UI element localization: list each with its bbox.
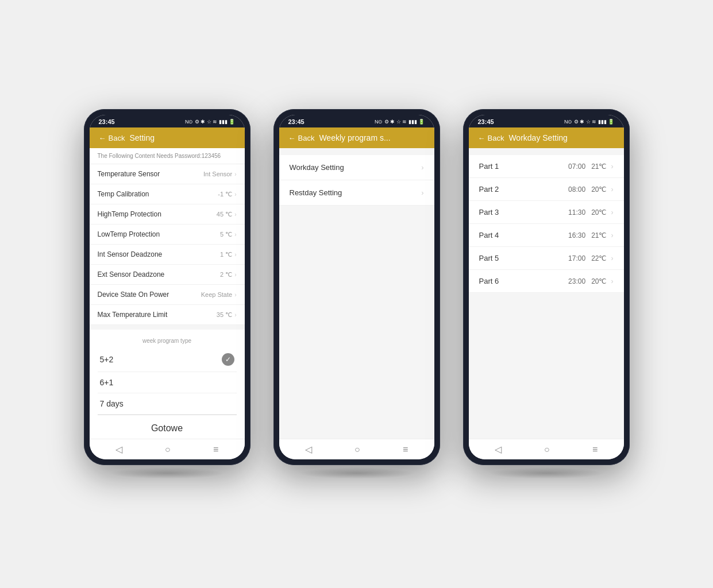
status-icons-3: N⊙ ⚙ ✱ ☆ ≋ ▮▮▮ 🔋: [564, 119, 615, 125]
app-header-3: ← Back Workday Setting: [469, 127, 624, 148]
part-label: Part 6: [479, 277, 499, 285]
part-label: Part 5: [479, 254, 499, 262]
nav-bar-1: ◁ ○ ≡: [90, 439, 245, 459]
nav-bar-2: ◁ ○ ≡: [279, 439, 434, 459]
phone-1-device: 23:45 N⊙ ⚙ ✱ ☆ ≋ ▮▮▮ 🔋 ← Back Setting Th…: [84, 109, 250, 465]
settings-item-label: Ext Sensor Deadzone: [98, 270, 165, 278]
workday-part-item[interactable]: Part 4 16:30 21℃ ›: [469, 224, 624, 247]
workday-part-item[interactable]: Part 5 17:00 22℃ ›: [469, 247, 624, 270]
part-value: 08:00 20℃ ›: [568, 185, 613, 194]
part-chevron-icon: ›: [611, 185, 614, 194]
status-bar-3: 23:45 N⊙ ⚙ ✱ ☆ ≋ ▮▮▮ 🔋: [469, 115, 624, 127]
part-chevron-icon: ›: [611, 277, 614, 285]
settings-screen: The Following Content Needs Password:123…: [90, 148, 245, 439]
settings-item[interactable]: Temp Calibration -1 ℃ ›: [90, 184, 245, 204]
settings-item[interactable]: Max Temperature Limit 35 ℃ ›: [90, 305, 245, 325]
chevron-icon: ›: [234, 272, 236, 278]
back-arrow-icon-1: ←: [99, 134, 106, 142]
phone-3: 23:45 N⊙ ⚙ ✱ ☆ ≋ ▮▮▮ 🔋 ← Back Workday Se…: [463, 109, 630, 479]
status-time-1: 23:45: [99, 118, 115, 125]
settings-item-label: Max Temperature Limit: [98, 311, 168, 319]
workday-part-item[interactable]: Part 1 07:00 21℃ ›: [469, 155, 624, 178]
part-chevron-icon: ›: [611, 254, 614, 262]
status-icons-1: N⊙ ⚙ ✱ ☆ ≋ ▮▮▮ 🔋: [185, 119, 236, 125]
back-arrow-icon-2: ←: [288, 134, 296, 142]
nav-menu-icon-3[interactable]: ≡: [592, 444, 598, 455]
header-title-1: Setting: [129, 133, 155, 142]
settings-item-value: 5 ℃ ›: [220, 231, 237, 238]
settings-item[interactable]: Int Sensor Deadzone 1 ℃ ›: [90, 245, 245, 265]
chevron-icon: ›: [234, 292, 236, 298]
header-title-2: Weekly program s...: [319, 133, 390, 142]
phone-1: 23:45 N⊙ ⚙ ✱ ☆ ≋ ▮▮▮ 🔋 ← Back Setting Th…: [84, 109, 250, 479]
workday-part-item[interactable]: Part 6 23:00 20℃ ›: [469, 270, 624, 293]
part-value: 16:30 21℃ ›: [568, 231, 613, 239]
week-option[interactable]: 6+1: [98, 372, 237, 393]
phone-3-device: 23:45 N⊙ ⚙ ✱ ☆ ≋ ▮▮▮ 🔋 ← Back Workday Se…: [463, 109, 630, 465]
gotowe-button[interactable]: Gotowe: [98, 415, 237, 439]
settings-item-value: 2 ℃ ›: [220, 271, 237, 278]
settings-item[interactable]: Device State On Power Keep State ›: [90, 285, 245, 305]
settings-item-value: 45 ℃ ›: [217, 211, 237, 218]
week-program-section: week program type 5+2 ✓ 6+1 7 days Gotow…: [90, 330, 245, 439]
workday-setting-label: Workday Setting: [290, 163, 344, 172]
nav-back-icon-3[interactable]: ◁: [495, 444, 502, 455]
workday-setting-item[interactable]: Workday Setting ›: [279, 155, 434, 180]
back-button-3[interactable]: ← Back: [478, 134, 504, 142]
workday-screen: Part 1 07:00 21℃ › Part 2 08:00 20℃ › Pa…: [469, 148, 624, 439]
part-value: 17:00 22℃ ›: [568, 254, 613, 262]
part-value: 23:00 20℃ ›: [568, 277, 613, 285]
restday-chevron-icon: ›: [421, 188, 423, 197]
part-chevron-icon: ›: [611, 163, 614, 171]
nav-menu-icon-2[interactable]: ≡: [403, 444, 408, 455]
settings-item[interactable]: Temperature Sensor Int Sensor ›: [90, 164, 245, 184]
nav-home-icon-2[interactable]: ○: [354, 444, 360, 455]
week-program-label: week program type: [98, 334, 237, 347]
nav-back-icon-1[interactable]: ◁: [115, 444, 122, 455]
chevron-icon: ›: [234, 171, 236, 177]
app-header-1: ← Back Setting: [90, 127, 245, 148]
chevron-icon: ›: [234, 191, 236, 198]
password-notice: The Following Content Needs Password:123…: [90, 148, 245, 164]
status-bar-1: 23:45 N⊙ ⚙ ✱ ☆ ≋ ▮▮▮ 🔋: [90, 115, 245, 127]
part-label: Part 2: [479, 185, 499, 194]
part-label: Part 1: [479, 162, 499, 171]
weekly-program-screen: Workday Setting › Restday Setting ›: [279, 148, 434, 439]
nav-home-icon-1[interactable]: ○: [165, 444, 171, 455]
back-label-3: Back: [488, 134, 504, 142]
workday-part-item[interactable]: Part 2 08:00 20℃ ›: [469, 178, 624, 201]
settings-item-label: Temp Calibration: [98, 190, 149, 198]
settings-item-value: Int Sensor ›: [203, 171, 236, 177]
part-value: 07:00 21℃ ›: [568, 163, 613, 171]
phone-2: 23:45 N⊙ ⚙ ✱ ☆ ≋ ▮▮▮ 🔋 ← Back Weekly pro…: [273, 109, 440, 479]
settings-item-label: Device State On Power: [98, 291, 169, 299]
settings-item-label: Temperature Sensor: [98, 170, 160, 178]
nav-home-icon-3[interactable]: ○: [544, 444, 550, 455]
phone-2-device: 23:45 N⊙ ⚙ ✱ ☆ ≋ ▮▮▮ 🔋 ← Back Weekly pro…: [273, 109, 440, 465]
part-chevron-icon: ›: [611, 208, 614, 216]
chevron-icon: ›: [234, 231, 236, 238]
back-button-1[interactable]: ← Back: [99, 134, 125, 142]
settings-item[interactable]: Ext Sensor Deadzone 2 ℃ ›: [90, 265, 245, 285]
nav-menu-icon-1[interactable]: ≡: [213, 444, 218, 455]
part-label: Part 3: [479, 208, 499, 216]
week-option[interactable]: 5+2 ✓: [98, 347, 237, 372]
settings-item[interactable]: HighTemp Protection 45 ℃ ›: [90, 204, 245, 225]
part-label: Part 4: [479, 231, 499, 239]
nav-back-icon-2[interactable]: ◁: [305, 444, 312, 455]
checkmark-icon: ✓: [222, 353, 234, 366]
settings-item-value: 35 ℃ ›: [217, 311, 237, 319]
chevron-icon: ›: [234, 252, 236, 258]
status-time-2: 23:45: [288, 118, 305, 125]
chevron-icon: ›: [234, 312, 236, 318]
week-option-label: 6+1: [100, 378, 114, 387]
workday-part-item[interactable]: Part 3 11:30 20℃ ›: [469, 201, 624, 224]
settings-item-label: HighTemp Protection: [98, 210, 161, 218]
restday-setting-item[interactable]: Restday Setting ›: [279, 180, 434, 206]
workday-parts-list: Part 1 07:00 21℃ › Part 2 08:00 20℃ › Pa…: [469, 155, 624, 293]
week-option[interactable]: 7 days: [98, 393, 237, 415]
settings-item[interactable]: LowTemp Protection 5 ℃ ›: [90, 225, 245, 245]
part-chevron-icon: ›: [611, 231, 614, 239]
workday-chevron-icon: ›: [421, 163, 423, 172]
back-button-2[interactable]: ← Back: [288, 134, 315, 142]
